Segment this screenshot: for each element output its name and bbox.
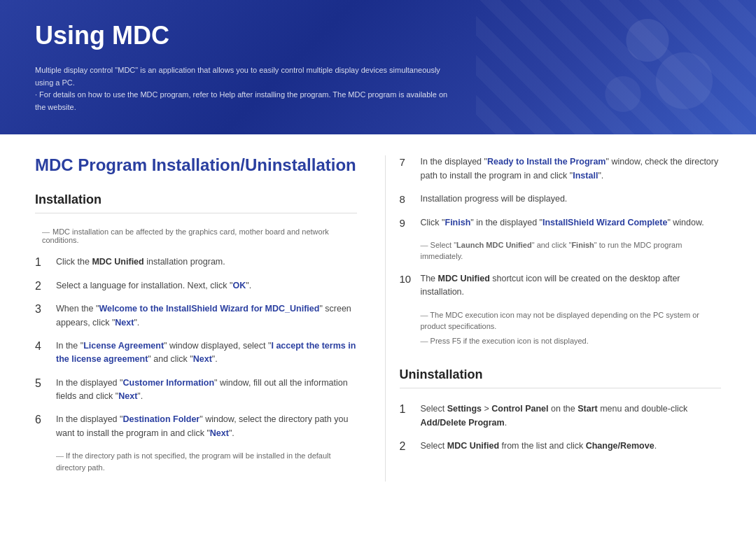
u2-bold1: MDC Unified: [447, 441, 499, 451]
uninstall-step-number-2: 2: [400, 440, 414, 453]
step-7-blue2: Install: [573, 171, 598, 181]
u1-bold1: Settings: [447, 404, 482, 414]
step-9-blue2: InstallShield Wizard Complete: [542, 218, 667, 227]
u2-bold2: Change/Remove: [586, 441, 654, 451]
uninstall-divider: [400, 388, 722, 388]
right-column: 7 In the displayed "Ready to Install the…: [385, 155, 722, 482]
step-4-blue3: Next: [193, 354, 212, 364]
step-8-text: Installation progress will be displayed.: [421, 192, 722, 206]
step-9: 9 Click "Finish" in the displayed "Insta…: [400, 216, 722, 262]
step-number-5: 5: [35, 377, 49, 390]
step-2: 2 Select a language for installation. Ne…: [35, 279, 357, 293]
step-1: 1 Click the MDC Unified installation pro…: [35, 255, 357, 269]
u1-bold2: Control Panel: [491, 404, 548, 414]
step-3-text: When the "Welcome to the InstallShield W…: [56, 302, 357, 330]
uninstallation-title: Uninstallation: [400, 367, 722, 382]
step-10-note1: The MDC execution icon may not be displa…: [400, 309, 722, 332]
step-6: 6 In the displayed "Destination Folder" …: [35, 413, 357, 473]
step-6-text: In the displayed "Destination Folder" wi…: [56, 413, 357, 440]
step-6-note: If the directory path is not specified, …: [35, 450, 357, 473]
step-7-text: In the displayed "Ready to Install the P…: [421, 155, 722, 183]
step-number-9: 9: [400, 216, 414, 229]
step-number-2: 2: [35, 279, 49, 293]
step-10-text: The MDC Unified shortcut icon will be cr…: [421, 272, 722, 300]
step-7: 7 In the displayed "Ready to Install the…: [400, 155, 722, 183]
step-4-text: In the "License Agreement" window displa…: [56, 339, 357, 367]
uninstallation-section: Uninstallation 1 Select Settings > Contr…: [400, 367, 722, 453]
step-4-blue1: License Agreement: [83, 341, 164, 351]
step-9-note-bold2: Finish: [571, 241, 594, 249]
installation-title: Installation: [35, 192, 357, 207]
main-content: MDC Program Installation/Uninstallation …: [0, 134, 756, 503]
step-number-7: 7: [400, 155, 414, 168]
step-10: 10 The MDC Unified shortcut icon will be…: [400, 272, 722, 346]
step-8: 8 Installation progress will be displaye…: [400, 192, 722, 206]
step-9-blue1: Finish: [445, 218, 471, 227]
step-6-blue2: Next: [210, 428, 229, 438]
step-3-blue2: Next: [115, 318, 134, 328]
step-9-note-bold1: Launch MDC Unified: [456, 241, 532, 249]
divider: [35, 213, 357, 213]
installation-note: MDC installation can be affected by the …: [35, 227, 357, 244]
u1-bold4: Add/Delete Program: [421, 418, 505, 428]
header: Using MDC Multiple display control "MDC"…: [0, 0, 756, 134]
step-4: 4 In the "License Agreement" window disp…: [35, 339, 357, 367]
step-number-8: 8: [400, 192, 414, 205]
step-5: 5 In the displayed "Customer Information…: [35, 377, 357, 404]
step-10-note2: Press F5 if the execution icon is not di…: [400, 335, 722, 347]
header-desc-line2: · For details on how to use the MDC prog…: [35, 89, 455, 113]
step-5-blue1: Customer Information: [122, 378, 214, 388]
left-column: MDC Program Installation/Uninstallation …: [35, 155, 385, 482]
step-9-note: Select "Launch MDC Unified" and click "F…: [400, 239, 722, 262]
step-number-1: 1: [35, 255, 49, 269]
uninstall-step-number-1: 1: [400, 402, 414, 416]
header-desc-line1: Multiple display control "MDC" is an app…: [35, 64, 455, 89]
page-title: Using MDC: [35, 21, 721, 50]
section-title: MDC Program Installation/Uninstallation: [35, 155, 357, 175]
step-3: 3 When the "Welcome to the InstallShield…: [35, 302, 357, 330]
step-5-blue2: Next: [118, 391, 137, 401]
step-2-text: Select a language for installation. Next…: [56, 279, 357, 293]
step-5-text: In the displayed "Customer Information" …: [56, 377, 357, 404]
step-number-10: 10: [400, 272, 414, 285]
step-number-4: 4: [35, 339, 49, 353]
step-3-blue1: Welcome to the InstallShield Wizard for …: [99, 304, 319, 314]
step-number-6: 6: [35, 413, 49, 426]
step-10-bold: MDC Unified: [438, 274, 490, 283]
step-1-text: Click the MDC Unified installation progr…: [56, 255, 357, 269]
uninstall-step-1-text: Select Settings > Control Panel on the S…: [421, 402, 722, 430]
uninstall-step-2-text: Select MDC Unified from the list and cli…: [421, 440, 722, 453]
step-9-text: Click "Finish" in the displayed "Install…: [421, 216, 722, 230]
u1-bold3: Start: [578, 404, 597, 414]
uninstall-step-2: 2 Select MDC Unified from the list and c…: [400, 440, 722, 453]
step-2-blue: OK: [232, 281, 246, 290]
step-number-3: 3: [35, 302, 49, 316]
step-6-blue1: Destination Folder: [122, 414, 200, 424]
step-7-blue1: Ready to Install the Program: [487, 157, 606, 167]
step-1-bold: MDC Unified: [92, 257, 144, 267]
uninstall-step-1: 1 Select Settings > Control Panel on the…: [400, 402, 722, 430]
